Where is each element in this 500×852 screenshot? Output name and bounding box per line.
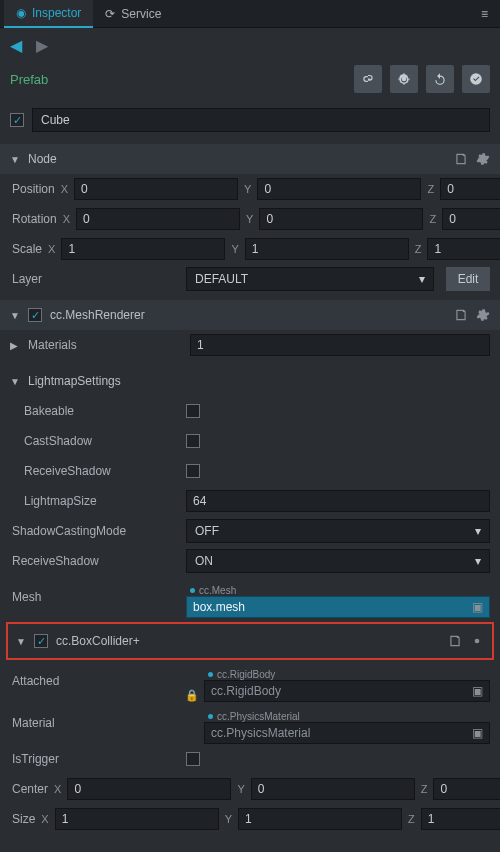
object-enabled-checkbox[interactable]	[10, 113, 24, 127]
materials-label: Materials	[26, 338, 184, 352]
axis-x-label: X	[61, 183, 68, 195]
chevron-down-icon[interactable]: ▼	[10, 376, 20, 387]
bakeable-label: Bakeable	[10, 404, 180, 418]
layer-label: Layer	[10, 272, 180, 286]
size-x-input[interactable]	[55, 808, 219, 830]
attached-type-tag: cc.RigidBody	[204, 669, 490, 680]
receiveshadow-select[interactable]: ON▾	[186, 549, 490, 573]
materials-count-input[interactable]	[190, 334, 490, 356]
panel-menu-icon[interactable]: ≡	[473, 7, 496, 21]
castshadow-label: CastShadow	[10, 434, 180, 448]
prefab-apply-button[interactable]	[462, 65, 490, 93]
layer-edit-button[interactable]: Edit	[446, 267, 490, 291]
help-icon[interactable]	[448, 634, 462, 648]
layer-select[interactable]: DEFAULT ▾	[186, 267, 434, 291]
mesh-label: Mesh	[10, 590, 180, 604]
chevron-right-icon[interactable]: ▶	[10, 340, 20, 351]
chevron-down-icon: ▾	[419, 272, 425, 286]
center-x-input[interactable]	[67, 778, 231, 800]
istrigger-label: IsTrigger	[10, 752, 180, 766]
attached-asset-field[interactable]: cc.RigidBody▣	[204, 680, 490, 702]
gear-icon[interactable]	[470, 634, 484, 648]
material-asset-field[interactable]: cc.PhysicsMaterial▣	[204, 722, 490, 744]
lightmap-settings-title: LightmapSettings	[28, 374, 490, 388]
layer-select-value: DEFAULT	[195, 272, 248, 286]
istrigger-checkbox[interactable]	[186, 752, 200, 766]
chevron-down-icon: ▾	[475, 524, 481, 538]
chevron-down-icon[interactable]: ▼	[16, 636, 26, 647]
center-z-input[interactable]	[433, 778, 500, 800]
shadowcastingmode-select[interactable]: OFF▾	[186, 519, 490, 543]
chevron-down-icon[interactable]: ▼	[10, 310, 20, 321]
scale-z-input[interactable]	[427, 238, 500, 260]
position-z-input[interactable]	[440, 178, 500, 200]
size-z-input[interactable]	[421, 808, 500, 830]
center-label: Center	[10, 782, 48, 796]
receiveshadow-checkbox[interactable]	[186, 464, 200, 478]
asset-picker-icon[interactable]: ▣	[472, 684, 483, 698]
gear-icon[interactable]	[476, 308, 490, 322]
mesh-asset-field[interactable]: box.mesh▣	[186, 596, 490, 618]
axis-z-label: Z	[427, 183, 434, 195]
help-icon[interactable]	[454, 152, 468, 166]
mesh-type-tag: cc.Mesh	[186, 585, 490, 596]
boxcollider-enabled-checkbox[interactable]	[34, 634, 48, 648]
size-label: Size	[10, 812, 35, 826]
prefab-locate-button[interactable]	[390, 65, 418, 93]
position-x-input[interactable]	[74, 178, 238, 200]
center-y-input[interactable]	[251, 778, 415, 800]
meshrenderer-enabled-checkbox[interactable]	[28, 308, 42, 322]
chevron-down-icon: ▾	[475, 554, 481, 568]
gear-icon[interactable]	[476, 152, 490, 166]
inspector-icon: ◉	[16, 6, 26, 20]
rotation-y-input[interactable]	[259, 208, 423, 230]
section-title-boxcollider: cc.BoxCollider+	[56, 634, 440, 648]
tab-service[interactable]: ⟳ Service	[93, 0, 173, 28]
prefab-label: Prefab	[10, 72, 48, 87]
lightmapsize-input[interactable]	[186, 490, 490, 512]
attached-label: Attached	[10, 674, 180, 688]
size-y-input[interactable]	[238, 808, 402, 830]
nav-forward-icon[interactable]: ▶	[36, 36, 48, 55]
section-title-node: Node	[28, 152, 446, 166]
asset-picker-icon[interactable]: ▣	[472, 600, 483, 614]
chevron-down-icon[interactable]: ▼	[10, 154, 20, 165]
position-y-input[interactable]	[257, 178, 421, 200]
asset-picker-icon[interactable]: ▣	[472, 726, 483, 740]
rotation-label: Rotation	[10, 212, 57, 226]
lightmapsize-label: LightmapSize	[10, 494, 180, 508]
rotation-z-input[interactable]	[442, 208, 500, 230]
service-icon: ⟳	[105, 7, 115, 21]
highlight-box: ▼ cc.BoxCollider+	[6, 622, 494, 660]
axis-y-label: Y	[244, 183, 251, 195]
nav-back-icon[interactable]: ◀	[10, 36, 22, 55]
castshadow-checkbox[interactable]	[186, 434, 200, 448]
tab-inspector-label: Inspector	[32, 6, 81, 20]
bakeable-checkbox[interactable]	[186, 404, 200, 418]
lock-icon: 🔒	[186, 689, 198, 702]
scale-label: Scale	[10, 242, 42, 256]
tab-service-label: Service	[121, 7, 161, 21]
rotation-x-input[interactable]	[76, 208, 240, 230]
material-type-tag: cc.PhysicsMaterial	[204, 711, 490, 722]
help-icon[interactable]	[454, 308, 468, 322]
scale-x-input[interactable]	[61, 238, 225, 260]
section-title-meshrenderer: cc.MeshRenderer	[50, 308, 446, 322]
position-label: Position	[10, 182, 55, 196]
object-name-input[interactable]	[32, 108, 490, 132]
scale-y-input[interactable]	[245, 238, 409, 260]
receiveshadow-label: ReceiveShadow	[10, 464, 180, 478]
receiveshadow2-label: ReceiveShadow	[10, 554, 180, 568]
tab-inspector[interactable]: ◉ Inspector	[4, 0, 93, 28]
prefab-unlink-button[interactable]	[354, 65, 382, 93]
material-label: Material	[10, 716, 180, 730]
prefab-revert-button[interactable]	[426, 65, 454, 93]
shadowcastingmode-label: ShadowCastingMode	[10, 524, 180, 538]
